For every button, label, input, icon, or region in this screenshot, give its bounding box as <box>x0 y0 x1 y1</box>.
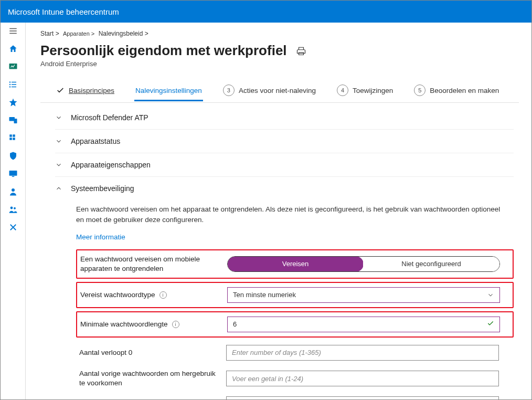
field-min-length: Minimale wachtwoordlengte i <box>76 311 514 338</box>
acc-system-security[interactable]: Systeembeveiliging <box>55 176 514 200</box>
expire-label: Aantal verloopt 0 <box>79 348 132 357</box>
chevron-up-icon <box>55 185 62 192</box>
chevron-down-icon <box>55 114 62 121</box>
info-icon[interactable]: i <box>159 291 167 299</box>
acc-defender[interactable]: Microsoft Defender ATP <box>55 106 514 129</box>
expire-input-wrap <box>226 345 499 361</box>
password-type-label: Vereist wachtwoordtype <box>80 290 155 300</box>
users-icon[interactable] <box>8 204 18 215</box>
breadcrumb-devices[interactable]: Apparaten > <box>63 30 94 37</box>
field-expire-days: Aantal verloopt 0 <box>76 341 514 365</box>
acc-syssec-label: Systeembeveiliging <box>71 184 134 193</box>
svg-rect-6 <box>12 87 16 88</box>
wizard-step-label: Nalevingsinstellingen <box>135 87 202 94</box>
prev-pw-input-wrap <box>226 371 499 386</box>
prev-pw-label: Aantal vorige wachtwoorden om hergebruik… <box>79 369 221 388</box>
wizard-step-label: Toewijzingen <box>353 87 393 94</box>
svg-rect-11 <box>9 138 12 140</box>
field-max-inactive: Maximum aantal minuten van inactiviteit … <box>76 392 514 399</box>
page-subtitle: Android Enterprise <box>40 60 519 68</box>
star-icon[interactable] <box>8 97 18 108</box>
sidebar <box>1 23 26 399</box>
list-icon[interactable] <box>8 79 18 90</box>
main-content: Start > Apparaten > Nalevingsbeleid > Pe… <box>26 23 531 399</box>
chevron-down-icon <box>487 291 494 299</box>
svg-rect-12 <box>13 138 15 140</box>
svg-point-17 <box>14 207 16 209</box>
acc-device-props[interactable]: Apparaateigenschappen <box>55 153 514 176</box>
field-prev-passwords: Aantal vorige wachtwoorden om hergebruik… <box>76 365 514 392</box>
more-info-link[interactable]: Meer informatie <box>76 233 514 241</box>
max-inactive-select[interactable]: Niet geconfigureerd <box>226 396 499 399</box>
svg-rect-8 <box>14 119 17 123</box>
min-length-label: Minimale wachtwoordlengte <box>80 320 168 329</box>
acc-devprops-label: Apparaateigenschappen <box>71 161 151 169</box>
step-number: 3 <box>223 85 235 96</box>
wizard-step-review[interactable]: 5 Beoordelen en maken <box>413 79 500 102</box>
svg-point-16 <box>10 207 13 209</box>
devices-icon[interactable] <box>8 115 18 125</box>
wizard-step-assignments[interactable]: 4 Toewijzingen <box>336 79 394 102</box>
hamburger-icon[interactable] <box>8 26 18 36</box>
check-icon <box>487 320 494 329</box>
apps-icon[interactable] <box>8 133 18 143</box>
page-title: Persoonlijk eigendom met werkprofiel <box>40 43 287 59</box>
svg-rect-9 <box>9 134 12 137</box>
min-length-input-wrap <box>227 317 500 332</box>
svg-point-5 <box>9 86 10 87</box>
svg-rect-14 <box>12 176 14 177</box>
svg-rect-10 <box>13 134 15 137</box>
user-icon[interactable] <box>8 186 18 197</box>
svg-point-1 <box>9 81 10 82</box>
wizard-step-label: Beoordelen en maken <box>430 87 499 94</box>
require-password-toggle[interactable]: Vereisen Niet geconfigureerd <box>227 256 500 272</box>
dashboard-icon[interactable] <box>8 61 18 72</box>
svg-rect-2 <box>12 82 16 83</box>
breadcrumb-start[interactable]: Start > <box>40 30 59 37</box>
wizard-step-actions[interactable]: 3 Acties voor niet-naleving <box>222 79 317 102</box>
require-password-label: Een wachtwoord vereisen om mobiele appar… <box>80 255 227 273</box>
chevron-down-icon <box>55 161 62 169</box>
acc-device-status[interactable]: Apparaatstatus <box>55 129 514 153</box>
svg-rect-13 <box>9 171 17 176</box>
expire-input[interactable] <box>232 349 493 356</box>
toggle-notconfigured-option[interactable]: Niet geconfigureerd <box>363 257 499 271</box>
field-require-password: Een wachtwoord vereisen om mobiele appar… <box>76 249 514 279</box>
acc-system-security-body: Een wachtwoord vereisen om het apparaat … <box>55 200 514 399</box>
wizard-step-label: Basisprincipes <box>69 87 114 94</box>
app-title: Microsoft Intune beheercentrum <box>8 7 119 16</box>
wizard-step-label: Acties voor niet-naleving <box>239 87 316 94</box>
check-icon <box>56 86 65 94</box>
svg-point-15 <box>12 188 15 192</box>
tools-icon[interactable] <box>8 222 18 233</box>
monitor-icon[interactable] <box>8 169 18 179</box>
svg-rect-7 <box>9 117 15 121</box>
svg-point-3 <box>9 84 10 85</box>
breadcrumb-compliance[interactable]: Nalevingsbeleid > <box>99 30 148 37</box>
min-length-input[interactable] <box>233 320 487 328</box>
acc-devstatus-label: Apparaatstatus <box>71 137 120 145</box>
password-type-value: Ten minste numeriek <box>233 291 296 299</box>
chevron-down-icon <box>55 138 62 145</box>
wizard-step-compliance[interactable]: Nalevingsinstellingen <box>134 81 203 101</box>
step-number: 5 <box>414 85 425 96</box>
password-type-select[interactable]: Ten minste numeriek <box>227 287 500 303</box>
toggle-require-option[interactable]: Vereisen <box>227 256 364 272</box>
wizard-step-basics[interactable]: Basisprincipes <box>55 81 115 101</box>
wizard-steps: Basisprincipes Nalevingsinstellingen 3 A… <box>40 79 519 103</box>
accordion: Microsoft Defender ATP Apparaatstatus Ap… <box>40 106 519 399</box>
svg-rect-0 <box>9 64 17 69</box>
breadcrumb: Start > Apparaten > Nalevingsbeleid > <box>40 30 519 37</box>
field-password-type: Vereist wachtwoordtype i Ten minste nume… <box>76 282 514 308</box>
titlebar: Microsoft Intune beheercentrum <box>1 1 531 23</box>
prev-pw-input[interactable] <box>232 375 493 383</box>
svg-rect-4 <box>12 84 16 85</box>
acc-defender-label: Microsoft Defender ATP <box>71 113 148 122</box>
step-number: 4 <box>337 85 348 96</box>
shield-settings-icon[interactable] <box>8 151 18 161</box>
home-icon[interactable] <box>8 44 18 54</box>
print-icon[interactable] <box>296 46 306 56</box>
info-icon[interactable]: i <box>172 321 179 328</box>
syssec-description: Een wachtwoord vereisen om het apparaat … <box>76 204 506 226</box>
